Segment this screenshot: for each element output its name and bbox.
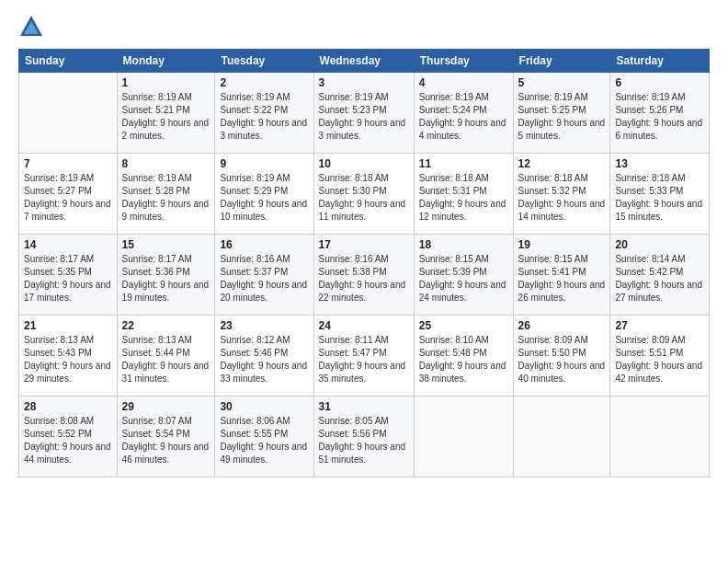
day-cell: 30 Sunrise: 8:06 AMSunset: 5:55 PMDaylig… — [215, 396, 313, 477]
header-row: SundayMondayTuesdayWednesdayThursdayFrid… — [19, 50, 710, 73]
day-number: 18 — [419, 238, 508, 251]
day-info: Sunrise: 8:18 AMSunset: 5:31 PMDaylight:… — [419, 172, 508, 224]
logo-icon — [18, 14, 44, 40]
day-number: 17 — [319, 238, 409, 251]
page: SundayMondayTuesdayWednesdayThursdayFrid… — [0, 0, 728, 563]
header-day: Tuesday — [215, 50, 313, 73]
day-number: 13 — [615, 157, 704, 170]
day-cell: 27 Sunrise: 8:09 AMSunset: 5:51 PMDaylig… — [610, 316, 710, 396]
day-number: 14 — [24, 238, 112, 251]
day-cell: 29 Sunrise: 8:07 AMSunset: 5:54 PMDaylig… — [117, 396, 215, 477]
day-info: Sunrise: 8:17 AMSunset: 5:36 PMDaylight:… — [122, 253, 210, 304]
day-cell: 28 Sunrise: 8:08 AMSunset: 5:52 PMDaylig… — [19, 396, 118, 477]
day-cell — [414, 396, 513, 477]
day-info: Sunrise: 8:07 AMSunset: 5:54 PMDaylight:… — [122, 415, 210, 466]
day-info: Sunrise: 8:19 AMSunset: 5:25 PMDaylight:… — [518, 91, 606, 143]
week-row: 1 Sunrise: 8:19 AMSunset: 5:21 PMDayligh… — [19, 73, 710, 154]
day-number: 6 — [615, 76, 704, 89]
day-info: Sunrise: 8:19 AMSunset: 5:29 PMDaylight:… — [220, 172, 308, 224]
day-info: Sunrise: 8:19 AMSunset: 5:26 PMDaylight:… — [615, 91, 704, 143]
day-info: Sunrise: 8:14 AMSunset: 5:42 PMDaylight:… — [615, 253, 704, 304]
day-cell: 9 Sunrise: 8:19 AMSunset: 5:29 PMDayligh… — [215, 154, 313, 235]
day-info: Sunrise: 8:18 AMSunset: 5:33 PMDaylight:… — [615, 172, 704, 224]
logo — [18, 14, 48, 40]
day-info: Sunrise: 8:19 AMSunset: 5:28 PMDaylight:… — [122, 172, 210, 224]
day-info: Sunrise: 8:12 AMSunset: 5:46 PMDaylight:… — [220, 334, 308, 385]
day-cell: 21 Sunrise: 8:13 AMSunset: 5:43 PMDaylig… — [19, 316, 118, 396]
day-info: Sunrise: 8:19 AMSunset: 5:27 PMDaylight:… — [24, 172, 112, 224]
day-number: 20 — [615, 238, 704, 251]
day-number: 21 — [24, 319, 112, 332]
day-cell: 14 Sunrise: 8:17 AMSunset: 5:35 PMDaylig… — [19, 235, 118, 316]
day-cell: 4 Sunrise: 8:19 AMSunset: 5:24 PMDayligh… — [414, 73, 513, 154]
day-number: 29 — [122, 400, 210, 413]
day-number: 30 — [220, 400, 308, 413]
header-day: Wednesday — [313, 50, 414, 73]
header — [18, 14, 710, 40]
day-number: 3 — [319, 76, 409, 89]
day-cell — [610, 396, 710, 477]
header-day: Saturday — [610, 50, 710, 73]
day-number: 5 — [518, 76, 606, 89]
day-cell: 24 Sunrise: 8:11 AMSunset: 5:47 PMDaylig… — [313, 316, 414, 396]
day-number: 7 — [24, 157, 112, 170]
day-cell — [19, 73, 118, 154]
day-cell: 26 Sunrise: 8:09 AMSunset: 5:50 PMDaylig… — [513, 316, 610, 396]
day-number: 12 — [518, 157, 606, 170]
day-number: 19 — [518, 238, 606, 251]
day-info: Sunrise: 8:16 AMSunset: 5:37 PMDaylight:… — [220, 253, 308, 304]
day-info: Sunrise: 8:19 AMSunset: 5:21 PMDaylight:… — [122, 91, 210, 143]
day-number: 22 — [122, 319, 210, 332]
week-row: 28 Sunrise: 8:08 AMSunset: 5:52 PMDaylig… — [19, 396, 710, 477]
day-number: 4 — [419, 76, 508, 89]
day-cell: 2 Sunrise: 8:19 AMSunset: 5:22 PMDayligh… — [215, 73, 313, 154]
day-number: 23 — [220, 319, 308, 332]
day-cell: 15 Sunrise: 8:17 AMSunset: 5:36 PMDaylig… — [117, 235, 215, 316]
day-number: 24 — [319, 319, 409, 332]
day-number: 9 — [220, 157, 308, 170]
day-cell: 8 Sunrise: 8:19 AMSunset: 5:28 PMDayligh… — [117, 154, 215, 235]
day-cell: 6 Sunrise: 8:19 AMSunset: 5:26 PMDayligh… — [610, 73, 710, 154]
day-cell: 7 Sunrise: 8:19 AMSunset: 5:27 PMDayligh… — [19, 154, 118, 235]
day-number: 27 — [615, 319, 704, 332]
day-cell: 22 Sunrise: 8:13 AMSunset: 5:44 PMDaylig… — [117, 316, 215, 396]
day-number: 31 — [319, 400, 409, 413]
day-info: Sunrise: 8:10 AMSunset: 5:48 PMDaylight:… — [419, 334, 508, 385]
day-info: Sunrise: 8:16 AMSunset: 5:38 PMDaylight:… — [319, 253, 409, 304]
day-number: 2 — [220, 76, 308, 89]
day-number: 28 — [24, 400, 112, 413]
day-number: 10 — [319, 157, 409, 170]
day-info: Sunrise: 8:06 AMSunset: 5:55 PMDaylight:… — [220, 415, 308, 466]
day-info: Sunrise: 8:18 AMSunset: 5:32 PMDaylight:… — [518, 172, 606, 224]
day-info: Sunrise: 8:05 AMSunset: 5:56 PMDaylight:… — [319, 415, 409, 466]
day-info: Sunrise: 8:09 AMSunset: 5:51 PMDaylight:… — [615, 334, 704, 385]
header-day: Friday — [513, 50, 610, 73]
day-number: 15 — [122, 238, 210, 251]
day-info: Sunrise: 8:11 AMSunset: 5:47 PMDaylight:… — [319, 334, 409, 385]
day-info: Sunrise: 8:19 AMSunset: 5:23 PMDaylight:… — [319, 91, 409, 143]
day-cell: 18 Sunrise: 8:15 AMSunset: 5:39 PMDaylig… — [414, 235, 513, 316]
day-cell: 16 Sunrise: 8:16 AMSunset: 5:37 PMDaylig… — [215, 235, 313, 316]
day-number: 16 — [220, 238, 308, 251]
week-row: 14 Sunrise: 8:17 AMSunset: 5:35 PMDaylig… — [19, 235, 710, 316]
header-day: Monday — [117, 50, 215, 73]
calendar-table: SundayMondayTuesdayWednesdayThursdayFrid… — [18, 49, 710, 477]
day-cell: 12 Sunrise: 8:18 AMSunset: 5:32 PMDaylig… — [513, 154, 610, 235]
day-number: 25 — [419, 319, 508, 332]
day-info: Sunrise: 8:17 AMSunset: 5:35 PMDaylight:… — [24, 253, 112, 304]
header-day: Sunday — [19, 50, 118, 73]
day-info: Sunrise: 8:09 AMSunset: 5:50 PMDaylight:… — [518, 334, 606, 385]
day-number: 1 — [122, 76, 210, 89]
day-cell: 11 Sunrise: 8:18 AMSunset: 5:31 PMDaylig… — [414, 154, 513, 235]
day-number: 26 — [518, 319, 606, 332]
header-day: Thursday — [414, 50, 513, 73]
day-info: Sunrise: 8:19 AMSunset: 5:22 PMDaylight:… — [220, 91, 308, 143]
day-info: Sunrise: 8:08 AMSunset: 5:52 PMDaylight:… — [24, 415, 112, 466]
day-cell: 5 Sunrise: 8:19 AMSunset: 5:25 PMDayligh… — [513, 73, 610, 154]
day-cell: 1 Sunrise: 8:19 AMSunset: 5:21 PMDayligh… — [117, 73, 215, 154]
day-info: Sunrise: 8:19 AMSunset: 5:24 PMDaylight:… — [419, 91, 508, 143]
week-row: 21 Sunrise: 8:13 AMSunset: 5:43 PMDaylig… — [19, 316, 710, 396]
day-info: Sunrise: 8:13 AMSunset: 5:43 PMDaylight:… — [24, 334, 112, 385]
day-info: Sunrise: 8:18 AMSunset: 5:30 PMDaylight:… — [319, 172, 409, 224]
day-cell: 10 Sunrise: 8:18 AMSunset: 5:30 PMDaylig… — [313, 154, 414, 235]
